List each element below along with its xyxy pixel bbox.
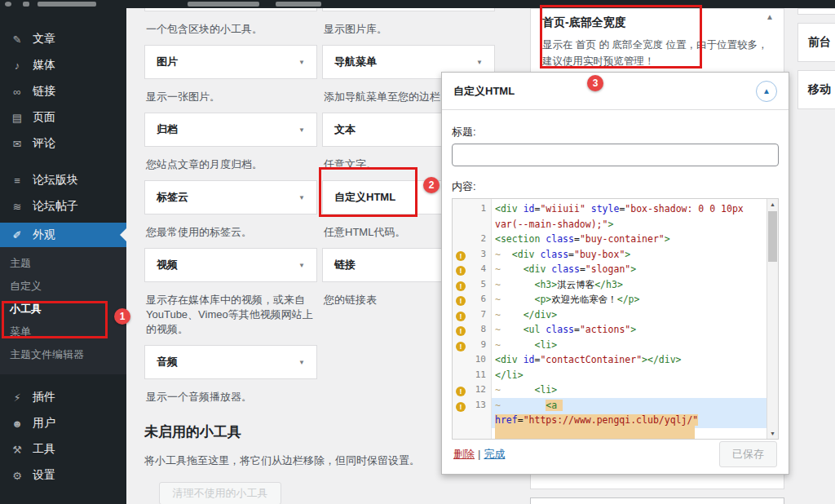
code-lines[interactable]: 1<div id="wiiuii" style="box-shadow: 0 0… xyxy=(453,199,767,439)
line-number: 9 xyxy=(469,338,492,352)
warning-gutter: ! xyxy=(453,247,469,262)
sidebar-item-settings[interactable]: ⚙设置 xyxy=(0,462,126,489)
sidebar-item-label: 插件 xyxy=(33,390,55,405)
widget-form-title: 自定义HTML xyxy=(453,84,515,99)
delete-link[interactable]: 删除 xyxy=(453,448,475,460)
sidebar-subitem-themes[interactable]: 主题 xyxy=(0,252,126,275)
widget-card-image[interactable]: 图片▼ xyxy=(144,45,317,79)
code-line[interactable]: !13~ <a href="https://www.pengqi.club/yq… xyxy=(453,398,767,428)
code-line[interactable]: 11</li> xyxy=(453,368,767,383)
line-number: 12 xyxy=(469,382,492,397)
code-line[interactable]: !4~ <div class="slogan"> xyxy=(453,262,767,277)
widget-title: 自定义HTML xyxy=(334,190,395,205)
widget-title: 音频 xyxy=(157,355,178,369)
sidebar-item-tools[interactable]: ⚒工具 xyxy=(0,436,126,462)
sidebar-item-label: 媒体 xyxy=(33,58,55,73)
posts-icon: ✎ xyxy=(8,33,26,46)
code-text: ~ <a href="https://www.pengqi.club/yqlj/… xyxy=(492,398,767,428)
media-icon: ♪ xyxy=(8,60,26,72)
widget-title: 归档 xyxy=(157,122,178,137)
widget-description: 显示存在媒体库中的视频，或来自YouTube、Vimeo等其他视频网站上的视频。 xyxy=(146,293,316,337)
warning-icon: ! xyxy=(456,281,466,291)
wordpress-logo-icon[interactable] xyxy=(5,2,11,7)
scroll-up-icon[interactable]: ▲ xyxy=(767,199,778,210)
sidebar-item-pages[interactable]: ▤页面 xyxy=(0,104,126,130)
editor-scrollbar[interactable]: ▲ ▼ xyxy=(767,199,778,439)
code-line[interactable]: !9~ <li> xyxy=(453,338,767,353)
code-line[interactable]: 1<div id="wiiuii" style="box-shadow: 0 0… xyxy=(453,201,767,232)
sidebar-item-links[interactable]: ∞链接 xyxy=(0,78,126,104)
code-line[interactable]: !6~ <p>欢迎光临寒舍！</p> xyxy=(453,292,767,307)
sidebar-subitem-widgets[interactable]: 小工具 xyxy=(0,298,126,321)
brush-icon: ✐ xyxy=(8,229,26,241)
widget-form-body: 标题: 内容: 1<div id="wiiuii" style="box-sha… xyxy=(442,110,789,440)
admin-bar[interactable] xyxy=(0,0,835,8)
warning-icon: ! xyxy=(456,326,466,336)
warning-gutter: ! xyxy=(453,277,469,292)
widget-description: 显示一个音频播放器。 xyxy=(146,390,316,405)
widget-area-panel-front[interactable]: 前台 xyxy=(797,23,835,62)
admin-bar-item[interactable] xyxy=(276,2,321,7)
sidebar-item-label: 论坛版块 xyxy=(33,173,78,188)
line-number: 13 xyxy=(469,398,492,413)
links-icon: ∞ xyxy=(8,86,26,98)
sidebar-item-appearance[interactable]: ✐ 外观 xyxy=(0,223,126,247)
warning-icon: ! xyxy=(456,251,466,261)
warning-gutter: ! xyxy=(453,398,469,413)
sidebar-item-forum-posts[interactable]: ≋论坛帖子 xyxy=(0,193,126,219)
widget-card-tag-cloud[interactable]: 标签云▼ xyxy=(144,180,317,214)
code-line[interactable]: 2<section class="buy-container"> xyxy=(453,232,767,247)
widget-card-audio[interactable]: 音频▼ xyxy=(144,345,317,379)
sidebar-item-posts[interactable]: ✎文章 xyxy=(0,26,126,52)
warning-icon: ! xyxy=(456,342,466,351)
clear-inactive-widgets-button[interactable]: 清理不使用的小工具 xyxy=(159,482,281,504)
line-number: 5 xyxy=(469,277,492,292)
sidebar-item-users[interactable]: ☻用户 xyxy=(0,410,126,436)
home-icon[interactable] xyxy=(23,2,29,7)
sidebar-subitem-theme-editor[interactable]: 主题文件编辑器 xyxy=(0,343,126,366)
code-line[interactable]: !7~ </div> xyxy=(453,307,767,323)
forum-posts-icon: ≋ xyxy=(8,201,26,213)
code-line[interactable]: !5~ <h3>淇云博客</h3> xyxy=(453,277,767,293)
sidebar-item-media[interactable]: ♪媒体 xyxy=(0,52,126,78)
inactive-widgets-title: 未启用的小工具 xyxy=(144,422,487,441)
code-line[interactable]: 10<div id="contactContainer"></div> xyxy=(453,352,767,368)
sidebar-item-comments[interactable]: ✉评论 xyxy=(0,130,126,157)
sidebar-subitem-customize[interactable]: 自定义 xyxy=(0,275,126,298)
widget-title-input[interactable] xyxy=(452,144,779,166)
widget-area-description: 显示在 首页 的 底部全宽度 位置，由于位置较多，建议使用实时预览管理！ xyxy=(531,30,784,69)
saved-button[interactable]: 已保存 xyxy=(719,441,777,467)
sidebar-item-forum-sections[interactable]: ≡论坛版块 xyxy=(0,167,126,193)
scrollbar-thumb[interactable] xyxy=(768,211,777,262)
widget-area-panel-mobile[interactable]: 移动 xyxy=(797,70,835,109)
wordpress-widgets-admin-screen: ✎文章♪媒体∞链接▤页面✉评论≡论坛版块≋论坛帖子 ✐ 外观 主题自定义小工具菜… xyxy=(0,0,835,504)
collapse-circle-button[interactable]: ▲ xyxy=(756,81,777,102)
code-text: ~ <ul class="actions"> xyxy=(492,322,767,338)
widget-title: 视频 xyxy=(157,258,178,272)
site-name[interactable] xyxy=(38,2,96,7)
line-number: 2 xyxy=(469,232,492,246)
line-number: 1 xyxy=(469,201,492,216)
line-number: 6 xyxy=(469,292,492,307)
warning-gutter: ! xyxy=(453,382,469,397)
widget-form-header[interactable]: 自定义HTML ▲ xyxy=(442,73,789,110)
widget-area-panel-cut xyxy=(797,8,835,15)
sidebar-item-plugins[interactable]: ⚡插件 xyxy=(0,384,126,410)
collapse-arrow-icon[interactable]: ▲ xyxy=(766,12,774,21)
code-line[interactable]: !3~ <div class="buy-box"> xyxy=(453,247,767,263)
admin-bar-item[interactable] xyxy=(188,2,259,7)
code-line[interactable]: !8~ <ul class="actions"> xyxy=(453,322,767,338)
code-line[interactable]: !12~ <li> xyxy=(453,382,767,398)
widget-card-video[interactable]: 视频▼ xyxy=(144,248,317,282)
line-number: 8 xyxy=(469,322,492,337)
sidebar-subitem-menus[interactable]: 菜单 xyxy=(0,321,126,343)
widget-card-archives[interactable]: 归档▼ xyxy=(144,113,317,147)
settings-icon: ⚙ xyxy=(8,470,26,482)
code-editor[interactable]: 1<div id="wiiuii" style="box-shadow: 0 0… xyxy=(452,198,779,440)
title-field-label: 标题: xyxy=(452,125,779,139)
inactive-widgets-section: 未启用的小工具 将小工具拖至这里，将它们从边栏移除，但同时保留设置。 清理不使用… xyxy=(144,422,487,504)
code-text: <div id="wiiuii" style="box-shadow: 0 0 … xyxy=(492,201,767,232)
footer-links: 删除|完成 xyxy=(453,447,505,462)
sidebar-menu-bottom: ⚡插件☻用户⚒工具⚙设置 xyxy=(0,384,126,489)
done-link[interactable]: 完成 xyxy=(484,448,505,460)
